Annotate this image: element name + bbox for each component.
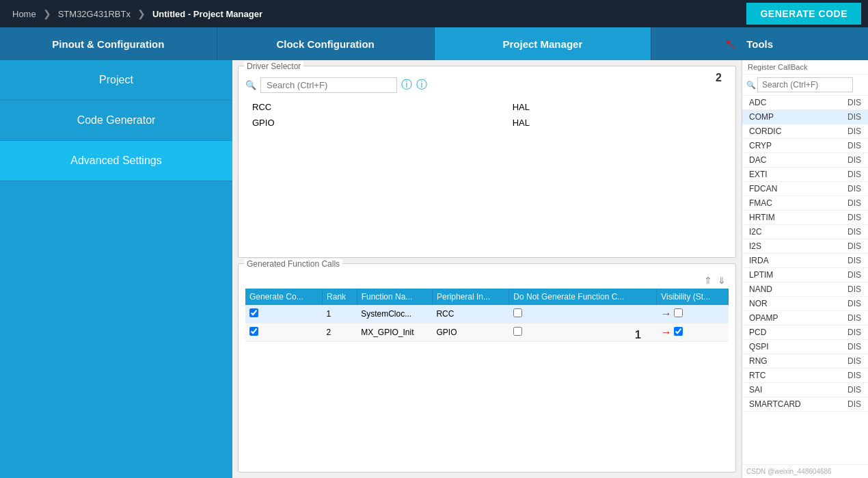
- list-item-fdcan-name: FDCAN: [749, 184, 777, 194]
- list-item-comp: COMP DIS: [742, 110, 868, 124]
- func-row2-check[interactable]: [245, 323, 323, 341]
- list-item-dac-name: DAC: [749, 155, 766, 165]
- list-item-nor-name: NOR: [749, 299, 768, 308]
- col-peripheral: Peripheral In...: [432, 289, 508, 305]
- list-item-cryp-val: DIS: [847, 141, 861, 150]
- breadcrumb-arrow-2: ❯: [137, 8, 146, 19]
- driver-search-icon: 🔍: [245, 80, 256, 90]
- func-row2-name: MX_GPIO_Init: [357, 323, 432, 341]
- list-item-nand: NAND DIS: [742, 282, 868, 297]
- func-row1-nogen-checkbox[interactable]: [513, 308, 522, 317]
- list-item-exti-name: EXTI: [749, 170, 768, 179]
- list-item-i2c: I2C DIS: [742, 225, 868, 239]
- breadcrumb-arrow-1: ❯: [43, 8, 51, 19]
- col-nogen: Do Not Generate Function C...: [509, 289, 657, 305]
- list-item-irda-val: DIS: [847, 256, 861, 265]
- func-row1-arrow: →: [657, 305, 729, 323]
- list-item-pcd-val: DIS: [847, 328, 861, 337]
- register-search-row: 🔍: [742, 75, 868, 96]
- func-row1-peripheral: RCC: [432, 305, 508, 323]
- list-item-cordic-name: CORDIC: [749, 127, 781, 136]
- main-content: Project Code Generator Advanced Settings…: [0, 60, 868, 478]
- list-item-fmac-val: DIS: [847, 198, 861, 208]
- sidebar-item-advanced-settings[interactable]: Advanced Settings: [0, 141, 232, 181]
- list-item-comp-name: COMP: [749, 112, 774, 122]
- func-row1-name: SystemCloc...: [357, 305, 432, 323]
- driver-selector-panel: Driver Selector 2 🔍 ⓘ ⓘ RCC HAL: [238, 66, 736, 258]
- list-item-i2c-name: I2C: [749, 227, 762, 237]
- func-row1-checkbox[interactable]: [249, 308, 258, 317]
- tab-clock[interactable]: Clock Configuration: [217, 27, 435, 60]
- func-row-2: 2 MX_GPIO_Init GPIO →: [245, 323, 729, 341]
- breadcrumb-device[interactable]: STM32G431RBTx: [53, 9, 136, 19]
- func-row2-nogen-checkbox[interactable]: [513, 327, 522, 336]
- func-row1-visibility-checkbox[interactable]: [674, 308, 683, 317]
- sort-icons-row: ⇑ ⇓: [245, 275, 729, 286]
- register-search-input[interactable]: [757, 77, 853, 92]
- list-item-adc-name: ADC: [749, 98, 766, 107]
- sidebar: Project Code Generator Advanced Settings: [0, 60, 232, 478]
- list-item-cryp: CRYP DIS: [742, 139, 868, 153]
- list-item-adc-val: DIS: [847, 98, 861, 107]
- list-item-hrtim-name: HRTIM: [749, 213, 775, 222]
- breadcrumb-home[interactable]: Home: [7, 9, 42, 19]
- col-rank: Rank: [323, 289, 357, 305]
- annotation-2: 2: [716, 72, 722, 84]
- list-item-sai-val: DIS: [847, 385, 861, 395]
- driver-selector-inner: 🔍 ⓘ ⓘ RCC HAL GPIO HAL: [245, 73, 729, 131]
- list-item-opamp-name: OPAMP: [749, 313, 778, 323]
- list-item-i2s-name: I2S: [749, 241, 761, 251]
- annotation-1-label: 1: [635, 329, 641, 341]
- generate-code-button[interactable]: GENERATE CODE: [746, 3, 861, 25]
- list-item-opamp: OPAMP DIS: [742, 311, 868, 326]
- list-item-adc: ADC DIS: [742, 96, 868, 110]
- list-item-smartcard-name: SMARTCARD: [749, 399, 801, 409]
- func-row2-visibility-checkbox[interactable]: [674, 327, 683, 336]
- list-item-rtc-val: DIS: [847, 371, 861, 380]
- tab-bar: Pinout & Configuration Clock Configurati…: [0, 27, 868, 60]
- func-calls-title: Generated Function Calls: [244, 259, 342, 269]
- list-item-fdcan-val: DIS: [847, 184, 861, 194]
- func-calls-panel: Generated Function Calls ⇑ ⇓ Generate Co…: [238, 263, 736, 473]
- sidebar-item-code-generator[interactable]: Code Generator: [0, 101, 232, 141]
- list-item-hrtim-val: DIS: [847, 213, 861, 222]
- func-row1-check[interactable]: [245, 305, 323, 323]
- list-item-lptim-name: LPTIM: [749, 270, 773, 280]
- tab-pinout[interactable]: Pinout & Configuration: [0, 27, 217, 60]
- list-item-nand-name: NAND: [749, 284, 772, 294]
- tab-tools[interactable]: Tools: [651, 27, 868, 60]
- func-row2-rank: 2: [323, 323, 357, 341]
- list-item-comp-val: DIS: [847, 112, 861, 122]
- driver-nav-prev[interactable]: ⓘ: [401, 78, 412, 92]
- func-row1-nogen[interactable]: [509, 305, 657, 323]
- list-item-cordic-val: DIS: [847, 127, 861, 136]
- driver-search-input[interactable]: [260, 77, 397, 93]
- breadcrumb-project[interactable]: Untitled - Project Manager: [147, 9, 268, 19]
- list-item-pcd: PCD DIS: [742, 326, 868, 340]
- sidebar-item-project[interactable]: Project: [0, 60, 232, 101]
- register-callback-panel: Register CallBack 🔍 ADC DIS COMP DIS COR…: [742, 60, 868, 478]
- list-item-sai: SAI DIS: [742, 383, 868, 397]
- func-row2-arrow: →: [657, 323, 729, 341]
- tab-project-manager[interactable]: Project Manager: [435, 27, 652, 60]
- list-item-fmac: FMAC DIS: [742, 196, 868, 211]
- func-row2-checkbox[interactable]: [249, 327, 258, 336]
- driver-selector-title: Driver Selector: [244, 62, 303, 71]
- list-item-lptim: LPTIM DIS: [742, 268, 868, 282]
- driver-nav-next[interactable]: ⓘ: [416, 78, 427, 92]
- sort-icon-down[interactable]: ⇓: [718, 275, 726, 286]
- list-item-sai-name: SAI: [749, 385, 762, 395]
- list-item-dac: DAC DIS: [742, 153, 868, 168]
- list-item-cordic: CORDIC DIS: [742, 124, 868, 139]
- list-item-qspi: QSPI DIS: [742, 340, 868, 354]
- list-item-dac-val: DIS: [847, 155, 861, 165]
- sort-icon-up[interactable]: ⇑: [704, 275, 712, 286]
- driver-name-gpio: GPIO: [247, 116, 506, 130]
- list-item-fdcan: FDCAN DIS: [742, 182, 868, 196]
- list-item-rtc-name: RTC: [749, 371, 765, 380]
- list-item-opamp-val: DIS: [847, 313, 861, 323]
- func-row1-rank: 1: [323, 305, 357, 323]
- register-callback-header: Register CallBack: [742, 60, 868, 75]
- func-table: Generate Co... Rank Function Na... Perip…: [245, 289, 729, 342]
- list-item-cryp-name: CRYP: [749, 141, 772, 150]
